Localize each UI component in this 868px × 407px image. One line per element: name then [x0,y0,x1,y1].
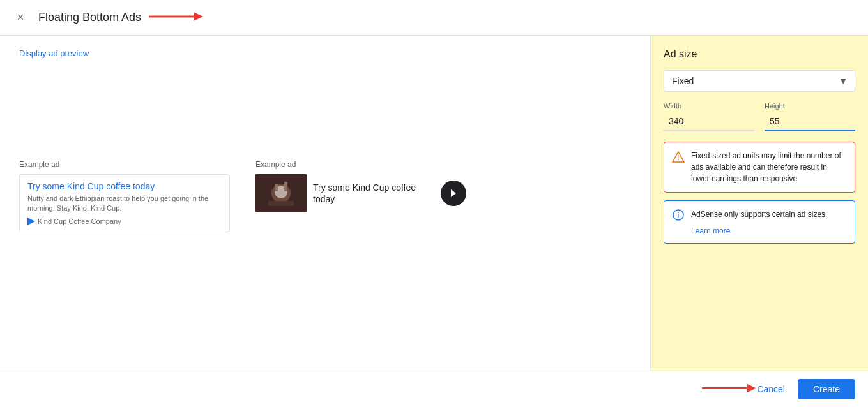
sidebar-title: Ad size [664,48,855,60]
info-text: AdSense only supports certain ad sizes. [691,209,827,221]
ad-nav-next-button[interactable] [441,181,466,206]
preview-label: Display ad preview [19,48,631,58]
width-field: Width [664,102,754,131]
svg-marker-9 [451,189,456,197]
example-ad-1-section: Example ad Try some Kind Cup coffee toda… [19,160,230,232]
ad-card-text-title: Try some Kind Cup coffee today [27,181,222,191]
ad-image-title: Try some Kind Cup coffee today [313,182,434,205]
svg-marker-1 [194,12,203,21]
svg-text:i: i [678,212,680,219]
page-title: Floating Bottom Ads [38,11,141,24]
warning-text: Fixed-sized ad units may limit the numbe… [691,150,847,184]
dimension-row: Width Height [664,102,855,131]
info-box: i AdSense only supports certain ad sizes… [664,200,855,244]
width-input[interactable] [664,112,754,131]
warning-box: ! Fixed-sized ad units may limit the num… [664,142,855,193]
annotation-arrow [149,9,206,26]
svg-rect-6 [268,201,294,206]
example-ad-1-label: Example ad [19,160,230,169]
footer: Cancel Create [0,371,868,407]
ad-card-image: Try some Kind Cup coffee today [255,174,466,212]
create-button[interactable]: Create [798,379,855,399]
learn-more-link[interactable]: Learn more [691,226,847,235]
svg-rect-7 [275,184,278,191]
example-ad-2-section: Example ad [255,160,466,212]
ad-card-text-body: Nutty and dark Ethiopian roast to help y… [27,194,222,214]
svg-rect-8 [284,182,287,191]
ad-card-text: Try some Kind Cup coffee today Nutty and… [19,174,230,232]
size-type-select-wrapper[interactable]: Fixed Responsive ▼ [664,70,855,92]
ad-image-content: Try some Kind Cup coffee today [313,182,434,205]
warning-triangle-icon: ! [672,151,685,163]
height-label: Height [765,102,855,110]
info-circle-icon: i [672,209,685,221]
ad-image-thumbnail [255,174,307,212]
create-annotation-arrow [702,381,759,398]
height-field: Height [765,102,855,131]
example-ad-2-label: Example ad [255,160,466,169]
size-type-select[interactable]: Fixed Responsive [664,70,855,92]
info-box-top: i AdSense only supports certain ad sizes… [672,209,847,221]
svg-marker-2 [27,218,35,225]
play-icon [27,218,35,225]
ad-card-text-footer: Kind Cup Coffee Company [27,218,222,225]
ad-examples: Example ad Try some Kind Cup coffee toda… [19,160,631,232]
main-layout: Display ad preview Example ad Try some K… [0,36,868,371]
ad-image-inner [255,174,307,212]
content-area: Display ad preview Example ad Try some K… [0,36,651,371]
header: × Floating Bottom Ads [0,0,868,36]
ad-source-text: Kind Cup Coffee Company [38,218,121,225]
sidebar: Ad size Fixed Responsive ▼ Width Height [651,36,868,371]
height-input[interactable] [765,112,855,131]
width-label: Width [664,102,754,110]
close-button[interactable]: × [13,10,28,26]
svg-marker-15 [747,384,756,393]
svg-text:!: ! [677,154,679,161]
